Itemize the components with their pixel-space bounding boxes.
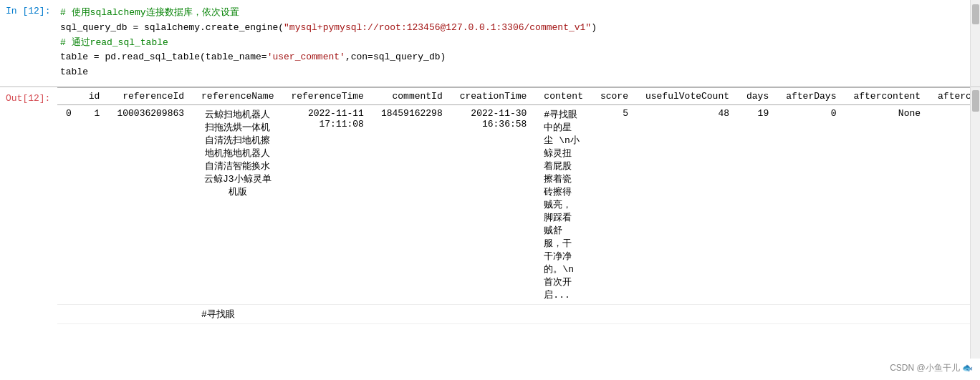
cell-aftercrea xyxy=(929,104,970,304)
scrollbar-thumb[interactable] xyxy=(972,4,979,24)
cell-commentId-partial xyxy=(373,304,451,323)
dataframe-wrapper: id referenceId referenceName referenceTi… xyxy=(57,87,970,359)
col-header-referenceId: referenceId xyxy=(108,87,193,104)
col-header-aftercontent: aftercontent xyxy=(845,87,929,104)
cell-score: 5 xyxy=(592,104,637,304)
table-row-partial: #寻找眼 xyxy=(57,304,970,323)
col-header-commentId: commentId xyxy=(373,87,451,104)
cell-index: 0 xyxy=(57,104,80,304)
cell-aftercontent-partial xyxy=(845,304,929,323)
table-header-row: id referenceId referenceName referenceTi… xyxy=(57,87,970,104)
cell-creationTime: 2022-11-30 16:36:58 xyxy=(451,104,536,304)
cell-days: 19 xyxy=(738,104,777,304)
cell-referenceId: 100036209863 xyxy=(108,104,193,304)
col-header-score: score xyxy=(592,87,637,104)
col-header-days: days xyxy=(738,87,777,104)
cell-content-partial xyxy=(535,304,592,323)
code-line-5: table xyxy=(60,65,974,80)
cell-afterDays-partial xyxy=(777,304,845,323)
cell-referenceTime: 2022-11-11 17:11:08 xyxy=(282,104,372,304)
table-row: 0 1 100036209863 云鲸扫地机器人 扫拖洗烘一体机 自清洗扫地机擦… xyxy=(57,104,970,304)
cell-id: 1 xyxy=(80,104,109,304)
cell-aftercrea-partial xyxy=(929,304,970,323)
col-header-content: content xyxy=(535,87,592,104)
cell-score-partial xyxy=(592,304,637,323)
output-scrollbar-thumb[interactable] xyxy=(972,90,979,112)
output-label: Out[12]: xyxy=(0,87,57,359)
cell-afterDays: 0 xyxy=(777,104,845,304)
output-area: Out[12]: id referenceId referenceName re… xyxy=(0,87,980,359)
col-header-referenceTime: referenceTime xyxy=(282,87,372,104)
cell-creationTime-partial xyxy=(451,304,536,323)
cell-number: [12]: xyxy=(22,6,50,16)
cell-commentId: 18459162298 xyxy=(373,104,451,304)
scrollbar-track[interactable] xyxy=(970,0,980,86)
cell-usefulVoteCount-partial xyxy=(637,304,738,323)
code-line-2: sql_query_db = sqlalchemy.create_engine(… xyxy=(60,21,974,36)
cell-referenceTime-partial xyxy=(282,304,372,323)
col-header-creationTime: creationTime xyxy=(451,87,536,104)
cell-aftercontent: None xyxy=(845,104,929,304)
cell-content: #寻找眼 中的星 尘 \n小 鲸灵扭 着屁股 擦着瓷 砖擦得 贼亮， 脚踩看 贼… xyxy=(535,104,592,304)
cell-referenceId-partial xyxy=(108,304,193,323)
col-header-referenceName: referenceName xyxy=(193,87,282,104)
cell-usefulVoteCount: 48 xyxy=(637,104,738,304)
col-header-index xyxy=(57,87,80,104)
code-line-1: # 使用sqlalchemy连接数据库，依次设置 xyxy=(60,6,974,21)
code-block: # 使用sqlalchemy连接数据库，依次设置 sql_query_db = … xyxy=(57,0,980,86)
in-label: In xyxy=(6,6,17,16)
col-header-aftercrea: aftercrea... xyxy=(929,87,970,104)
cell-referenceName: 云鲸扫地机器人 扫拖洗烘一体机 自清洗扫地机擦 地机拖地机器人 自清洁智能换水 … xyxy=(193,104,282,304)
watermark: CSDN @小鱼干儿 🐟 xyxy=(890,362,973,374)
cell-referenceName-partial: #寻找眼 xyxy=(193,304,282,323)
output-scrollbar-track[interactable] xyxy=(970,87,980,359)
input-label: In [12]: xyxy=(0,0,57,86)
code-line-3: # 通过read_sql_table xyxy=(60,36,974,51)
cell-days-partial xyxy=(738,304,777,323)
col-header-id: id xyxy=(80,87,109,104)
col-header-usefulVoteCount: usefulVoteCount xyxy=(637,87,738,104)
col-header-afterDays: afterDays xyxy=(777,87,845,104)
code-cell: In [12]: # 使用sqlalchemy连接数据库，依次设置 sql_qu… xyxy=(0,0,980,87)
cell-index-partial xyxy=(57,304,80,323)
dataframe-table: id referenceId referenceName referenceTi… xyxy=(57,87,970,324)
cell-id-partial xyxy=(80,304,109,323)
code-line-4: table = pd.read_sql_table(table_name='us… xyxy=(60,50,974,65)
